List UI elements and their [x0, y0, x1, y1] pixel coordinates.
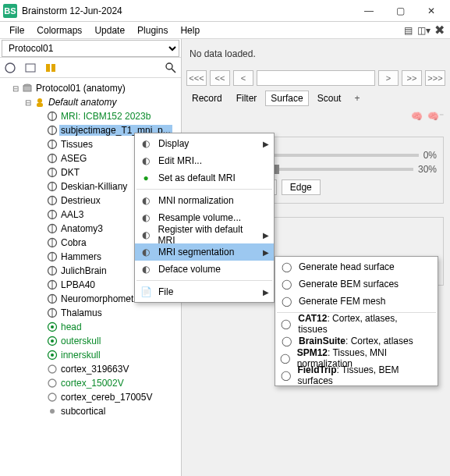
tree-item-label: head: [59, 321, 83, 332]
head-icon: [47, 321, 58, 332]
ctx-file[interactable]: 📄File▶: [135, 283, 274, 300]
functional-view-icon[interactable]: [42, 59, 59, 76]
menu-update[interactable]: Update: [88, 23, 131, 37]
layout-icon[interactable]: ▤: [400, 23, 416, 38]
panel-toggle-icon[interactable]: ◫▾: [416, 23, 431, 38]
svg-rect-9: [37, 103, 43, 107]
head-icon: [47, 336, 58, 346]
svg-rect-2: [46, 64, 50, 72]
mri-icon: [47, 181, 58, 192]
nav-last[interactable]: >>>: [425, 70, 445, 86]
nav-first[interactable]: <<<: [186, 70, 207, 86]
edge-button[interactable]: Edge: [282, 179, 321, 195]
search-icon[interactable]: [162, 59, 179, 76]
svg-point-45: [51, 353, 54, 357]
svg-point-46: [48, 365, 56, 373]
mri-icon: [47, 139, 58, 150]
brain-icon[interactable]: 🧠: [411, 111, 423, 122]
tab-scout[interactable]: Scout: [312, 91, 347, 106]
tree-item[interactable]: head: [2, 320, 181, 334]
app-logo: BS: [3, 4, 17, 18]
close-button[interactable]: ✕: [416, 0, 447, 22]
sub-gen-bem[interactable]: ◯Generate BEM surfaces: [275, 275, 438, 293]
tree-item-label: MRI: ICBM152 2023b: [59, 111, 152, 122]
ctx-edit-mri[interactable]: ◐Edit MRI...: [135, 152, 274, 169]
brain-remove-icon[interactable]: 🧠⁻: [427, 111, 444, 122]
ctx-deface[interactable]: ◐Deface volume: [135, 261, 274, 278]
ctx-display[interactable]: ◐Display▶: [135, 135, 274, 152]
panel-tabs: Record Filter Surface Scout +: [182, 87, 450, 109]
svg-point-49: [50, 409, 55, 414]
minimize-button[interactable]: —: [353, 0, 384, 22]
svg-point-48: [48, 393, 56, 401]
ctx-set-default[interactable]: ●Set as default MRI: [135, 169, 274, 186]
protocol-select[interactable]: Protocol01: [2, 40, 179, 57]
tree-item[interactable]: MRI: ICBM152 2023b: [2, 109, 181, 123]
db-toolbar: [0, 58, 181, 78]
tree-item-label: Destrieux: [59, 195, 102, 206]
tree-subject[interactable]: ⊟ Default anatomy: [2, 95, 181, 109]
surf-icon: [47, 392, 58, 403]
tree-item[interactable]: outerskull: [2, 334, 181, 348]
head-icon: [47, 350, 58, 361]
nav-fwd2[interactable]: >>: [402, 70, 422, 86]
mri-icon: [47, 279, 58, 290]
mri-icon: [47, 111, 58, 122]
sub-gen-fem[interactable]: ◯Generate FEM mesh: [275, 293, 438, 310]
dot-icon: [47, 406, 58, 417]
tree-item-label: JulichBrain: [59, 265, 108, 276]
menu-bar: File Colormaps Update Plugins Help ▤ ◫▾ …: [0, 22, 450, 39]
sub-cat12[interactable]: ◯CAT12: Cortex, atlases, tissues: [275, 315, 438, 332]
no-data-message: No data loaded.: [182, 39, 450, 69]
nav-back[interactable]: <: [233, 70, 253, 86]
menu-colormaps[interactable]: Colormaps: [30, 23, 88, 37]
svg-rect-3: [51, 64, 55, 72]
menu-help[interactable]: Help: [174, 23, 206, 37]
tree-item-label: Tissues: [59, 139, 94, 150]
tab-surface[interactable]: Surface: [265, 91, 308, 106]
svg-point-41: [51, 325, 54, 329]
ctx-mri-segmentation[interactable]: ◐MRI segmentation▶: [135, 243, 274, 261]
tab-add[interactable]: +: [349, 91, 364, 105]
smooth-value: 30%: [418, 164, 437, 175]
tree-item[interactable]: cortex_cereb_17005V: [2, 390, 181, 404]
tree-item[interactable]: Thalamus: [2, 306, 181, 320]
tree-item-label: ASEG: [59, 153, 88, 164]
tree-item-label: innerskull: [59, 350, 102, 361]
tree-item-label: LPBA40: [59, 279, 97, 290]
nav-field[interactable]: [257, 70, 375, 86]
tree-item[interactable]: subcortical: [2, 404, 181, 418]
svg-rect-1: [26, 64, 35, 72]
nav-fwd[interactable]: >: [378, 70, 399, 86]
mri-icon: [47, 125, 58, 136]
ctx-mni-norm[interactable]: ◐MNI normalization: [135, 192, 274, 209]
menu-plugins[interactable]: Plugins: [131, 23, 174, 37]
mri-icon: [47, 153, 58, 164]
subject-view-icon[interactable]: [2, 59, 19, 76]
tree-item-label: Hammers: [59, 251, 103, 262]
mri-icon: [47, 307, 58, 318]
menu-file[interactable]: File: [3, 23, 30, 37]
mri-icon: [47, 223, 58, 234]
tree-item-label: cortex_cereb_17005V: [59, 392, 154, 403]
svg-point-43: [51, 339, 54, 343]
tree-item[interactable]: cortex_15002V: [2, 376, 181, 390]
tab-record[interactable]: Record: [186, 91, 228, 106]
ctx-register-default[interactable]: ◐Register with default MRI▶: [135, 226, 274, 243]
tab-filter[interactable]: Filter: [231, 91, 263, 106]
tree-item[interactable]: innerskull: [2, 348, 181, 362]
sub-gen-head[interactable]: ◯Generate head surface: [275, 258, 438, 275]
tree-item[interactable]: cortex_319663V: [2, 362, 181, 376]
sub-fieldtrip[interactable]: ◯FieldTrip: Tissues, BEM surfaces: [275, 367, 438, 384]
tree-item-label: DKT: [59, 167, 81, 178]
maximize-button[interactable]: ▢: [384, 0, 416, 22]
close-panel-icon[interactable]: ✖: [431, 23, 447, 38]
svg-point-47: [48, 379, 56, 387]
nav-back2[interactable]: <<: [210, 70, 230, 86]
studies-view-icon[interactable]: [22, 59, 39, 76]
tree-item-label: outerskull: [59, 336, 102, 346]
window-title: Brainstorm 12-Jun-2024: [22, 5, 353, 16]
tree-root[interactable]: ⊟ Protocol01 (anatomy): [2, 81, 181, 95]
surf-icon: [47, 364, 58, 375]
data-nav: <<< << < > >> >>>: [182, 69, 450, 87]
